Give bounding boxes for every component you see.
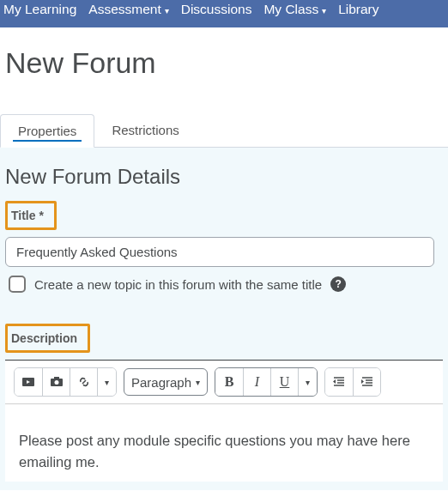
media-more-button[interactable]: ▾ (97, 368, 116, 396)
rich-text-editor: ▾ Paragraph ▾ B I U ▾ (5, 361, 443, 482)
outdent-icon (332, 375, 346, 389)
tab-restrictions[interactable]: Restrictions (94, 114, 196, 147)
text-style-group: B I U ▾ (215, 367, 318, 397)
chevron-down-icon: ▾ (306, 378, 310, 387)
highlight-description-label: Description (5, 324, 90, 353)
indent-icon (360, 375, 374, 389)
title-label: Title * (9, 203, 49, 227)
nav-label: My Class (263, 2, 318, 17)
chevron-down-icon: ▾ (196, 378, 200, 387)
text-style-more-button[interactable]: ▾ (298, 368, 317, 396)
chevron-down-icon: ▾ (322, 6, 326, 15)
underline-button[interactable]: U (270, 368, 298, 396)
svg-marker-9 (333, 379, 336, 384)
align-group (324, 367, 381, 397)
tab-properties[interactable]: Properties (0, 114, 94, 148)
nav-assessment[interactable]: Assessment▾ (88, 0, 168, 17)
section-heading: New Forum Details (5, 165, 443, 189)
insert-image-button[interactable] (42, 368, 70, 396)
paragraph-format-select[interactable]: Paragraph ▾ (124, 368, 208, 396)
properties-panel: New Forum Details Title * Create a new t… (0, 148, 448, 490)
italic-button[interactable]: I (243, 368, 270, 396)
camera-icon (50, 375, 64, 389)
chevron-down-icon: ▾ (105, 378, 109, 387)
svg-point-4 (54, 380, 58, 385)
media-group: ▾ (14, 367, 117, 397)
create-topic-row: Create a new topic in this forum with th… (5, 276, 443, 293)
description-label: Description (9, 326, 82, 350)
format-label: Paragraph (131, 375, 191, 390)
link-icon (77, 375, 91, 389)
help-icon[interactable]: ? (330, 276, 346, 292)
nav-label: Library (338, 2, 378, 17)
insert-link-button[interactable] (70, 368, 97, 396)
top-nav: My Learning Assessment▾ Discussions My C… (0, 0, 448, 27)
description-textarea[interactable]: Please post any module specific question… (5, 404, 443, 482)
nav-label: My Learning (3, 2, 76, 17)
page-title: New Forum (0, 27, 448, 102)
editor-toolbar: ▾ Paragraph ▾ B I U ▾ (5, 361, 443, 404)
insert-video-button[interactable] (15, 368, 42, 396)
nav-library[interactable]: Library (338, 0, 378, 17)
tab-label: Properties (18, 124, 76, 138)
highlight-title-label: Title * (5, 201, 57, 230)
chevron-down-icon: ▾ (165, 6, 169, 15)
indent-button[interactable] (353, 368, 380, 396)
nav-my-learning[interactable]: My Learning (3, 0, 76, 17)
outdent-button[interactable] (325, 368, 353, 396)
nav-my-class[interactable]: My Class▾ (263, 0, 326, 17)
play-icon (21, 375, 35, 389)
create-topic-checkbox[interactable] (9, 276, 26, 293)
nav-label: Discussions (181, 2, 252, 17)
bold-button[interactable]: B (215, 368, 243, 396)
create-topic-label: Create a new topic in this forum with th… (34, 277, 322, 292)
svg-marker-14 (361, 379, 364, 384)
nav-label: Assessment (88, 2, 160, 17)
nav-discussions[interactable]: Discussions (181, 0, 252, 17)
svg-rect-3 (54, 377, 59, 379)
title-input[interactable] (5, 237, 434, 267)
tab-bar: Properties Restrictions (0, 114, 448, 148)
tab-label: Restrictions (112, 123, 179, 137)
